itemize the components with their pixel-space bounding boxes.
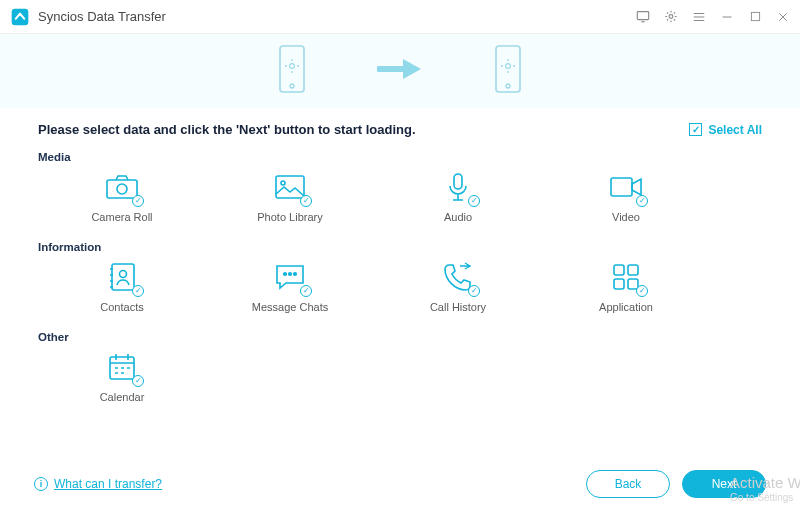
checked-badge-icon xyxy=(468,195,480,207)
svg-rect-14 xyxy=(454,174,462,189)
gear-icon[interactable] xyxy=(664,10,678,24)
maximize-icon[interactable] xyxy=(748,10,762,24)
item-label: Camera Roll xyxy=(91,211,152,223)
checked-badge-icon xyxy=(636,195,648,207)
svg-point-5 xyxy=(290,84,294,88)
item-label: Message Chats xyxy=(252,301,328,313)
instruction-text: Please select data and click the 'Next' … xyxy=(38,122,689,137)
svg-rect-15 xyxy=(611,178,632,196)
svg-point-9 xyxy=(506,64,511,69)
device-transfer-band xyxy=(0,34,800,108)
data-item-call-history[interactable]: Call History xyxy=(374,259,542,317)
window-controls xyxy=(636,10,790,24)
svg-point-17 xyxy=(120,271,127,278)
select-all-checkbox-icon xyxy=(689,123,702,136)
svg-rect-3 xyxy=(751,12,759,20)
svg-point-19 xyxy=(289,273,292,276)
target-phone-icon xyxy=(493,44,523,98)
select-all-label: Select All xyxy=(708,123,762,137)
svg-rect-23 xyxy=(614,279,624,289)
svg-rect-1 xyxy=(637,12,648,20)
close-icon[interactable] xyxy=(776,10,790,24)
data-item-calendar[interactable]: Calendar xyxy=(38,349,206,407)
back-button[interactable]: Back xyxy=(586,470,670,498)
info-icon: i xyxy=(34,477,48,491)
item-label: Contacts xyxy=(100,301,143,313)
svg-point-13 xyxy=(281,181,285,185)
main-content: Please select data and click the 'Next' … xyxy=(0,108,800,407)
transfer-arrow-icon xyxy=(377,57,423,85)
select-all-toggle[interactable]: Select All xyxy=(689,123,762,137)
checked-badge-icon xyxy=(468,285,480,297)
svg-point-11 xyxy=(117,184,127,194)
data-item-audio[interactable]: Audio xyxy=(374,169,542,227)
data-item-photo-library[interactable]: Photo Library xyxy=(206,169,374,227)
checked-badge-icon xyxy=(132,285,144,297)
svg-rect-12 xyxy=(276,176,304,198)
app-logo-icon xyxy=(10,7,30,27)
item-label: Photo Library xyxy=(257,211,322,223)
data-item-camera-roll[interactable]: Camera Roll xyxy=(38,169,206,227)
minimize-icon[interactable] xyxy=(720,10,734,24)
item-label: Call History xyxy=(430,301,486,313)
media-grid: Camera Roll Photo Library Audio Video xyxy=(38,169,762,227)
svg-rect-0 xyxy=(12,8,29,25)
section-title-media: Media xyxy=(38,151,762,163)
app-title: Syncios Data Transfer xyxy=(38,9,636,24)
help-link-label: What can I transfer? xyxy=(54,477,162,491)
checked-badge-icon xyxy=(300,285,312,297)
data-item-contacts[interactable]: Contacts xyxy=(38,259,206,317)
help-link[interactable]: i What can I transfer? xyxy=(34,477,162,491)
source-phone-icon xyxy=(277,44,307,98)
section-title-other: Other xyxy=(38,331,762,343)
checked-badge-icon xyxy=(132,195,144,207)
svg-point-6 xyxy=(290,64,295,69)
svg-rect-10 xyxy=(107,180,137,198)
svg-point-20 xyxy=(294,273,297,276)
item-label: Application xyxy=(599,301,653,313)
item-label: Video xyxy=(612,211,640,223)
svg-rect-21 xyxy=(614,265,624,275)
next-button[interactable]: Next xyxy=(682,470,766,498)
data-item-video[interactable]: Video xyxy=(542,169,710,227)
item-label: Calendar xyxy=(100,391,145,403)
svg-rect-22 xyxy=(628,265,638,275)
checked-badge-icon xyxy=(300,195,312,207)
cast-icon[interactable] xyxy=(636,10,650,24)
menu-icon[interactable] xyxy=(692,10,706,24)
checked-badge-icon xyxy=(636,285,648,297)
information-grid: Contacts Message Chats Call History Appl… xyxy=(38,259,762,317)
other-grid: Calendar xyxy=(38,349,762,407)
checked-badge-icon xyxy=(132,375,144,387)
section-title-information: Information xyxy=(38,241,762,253)
svg-point-18 xyxy=(284,273,287,276)
footer: i What can I transfer? Back Next xyxy=(0,458,800,510)
svg-point-2 xyxy=(669,15,673,19)
item-label: Audio xyxy=(444,211,472,223)
svg-point-8 xyxy=(506,84,510,88)
titlebar: Syncios Data Transfer xyxy=(0,0,800,34)
data-item-message-chats[interactable]: Message Chats xyxy=(206,259,374,317)
data-item-application[interactable]: Application xyxy=(542,259,710,317)
